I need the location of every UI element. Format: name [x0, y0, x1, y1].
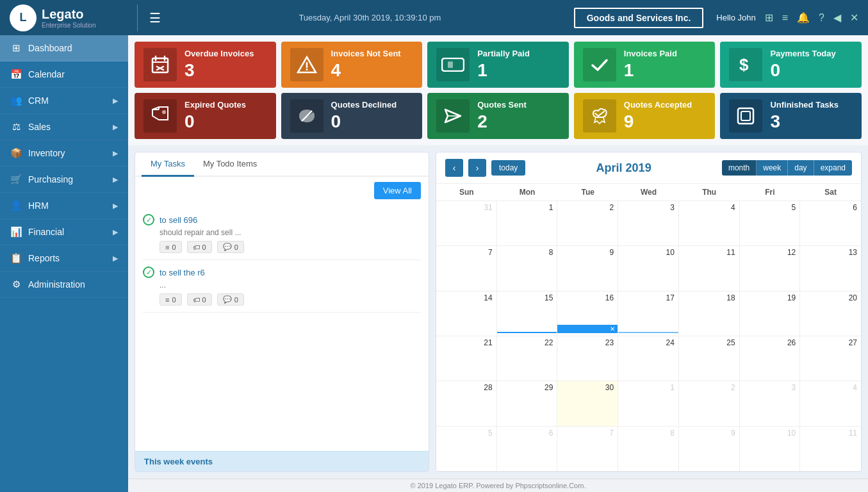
user-greeting[interactable]: Hello John: [716, 13, 755, 22]
cal-cell[interactable]: 5: [436, 427, 497, 471]
cal-cell[interactable]: 1: [618, 381, 679, 425]
task-comments-2[interactable]: 💬 0: [217, 293, 244, 306]
sidebar-item-purchasing[interactable]: 🛒 Purchasing ▶: [0, 167, 128, 193]
sidebar-item-sales[interactable]: ⚖ Sales ▶: [0, 114, 128, 140]
cal-cell[interactable]: 25: [679, 336, 740, 381]
cal-cell-today[interactable]: 30: [557, 381, 618, 425]
task-tags-1[interactable]: 🏷 0: [187, 241, 212, 253]
main-layout: ⊞ Dashboard 📅 Calendar 👥 CRM ▶ ⚖ Sales ▶…: [0, 35, 868, 492]
calendar-event[interactable]: [618, 332, 678, 333]
cal-cell[interactable]: 11: [679, 246, 740, 290]
hamburger-icon[interactable]: ☰: [144, 10, 166, 26]
help-icon[interactable]: ?: [819, 12, 824, 24]
cal-cell[interactable]: 20: [800, 291, 861, 336]
cal-cell[interactable]: 31: [436, 201, 497, 245]
unfinished-label: Unfinished Tasks: [770, 100, 853, 111]
card-payments-today[interactable]: $ Payments Today 0: [720, 42, 862, 88]
cal-cell[interactable]: 28: [436, 381, 497, 425]
cal-cell[interactable]: 3: [740, 381, 801, 425]
cal-view-week[interactable]: week: [757, 160, 788, 176]
list-icon[interactable]: ≡: [782, 12, 788, 24]
cal-cell[interactable]: 29: [497, 381, 558, 425]
cal-cell[interactable]: 10: [618, 246, 679, 290]
cal-cell[interactable]: 2: [557, 201, 618, 245]
cal-cell[interactable]: 12: [740, 246, 801, 290]
sidebar-item-inventory[interactable]: 📦 Inventory ▶: [0, 140, 128, 167]
cal-cell[interactable]: 4: [679, 201, 740, 245]
cal-prev-button[interactable]: ‹: [445, 159, 463, 177]
cal-cell[interactable]: 17: [618, 291, 679, 336]
cal-cell[interactable]: 6: [497, 427, 558, 471]
cal-today-button[interactable]: today: [491, 160, 525, 176]
cal-cell[interactable]: 4: [800, 381, 861, 425]
task-check-icon[interactable]: ✓: [143, 266, 154, 278]
cal-cell[interactable]: 14: [436, 291, 497, 336]
event-close-icon[interactable]: ✕: [610, 325, 615, 332]
card-quotes-sent[interactable]: Quotes Sent 2: [427, 93, 569, 139]
bell-icon[interactable]: 🔔: [797, 12, 810, 24]
sidebar-item-reports[interactable]: 📋 Reports ▶: [0, 245, 128, 272]
card-invoices-not-sent[interactable]: Invoices Not Sent 4: [281, 42, 423, 88]
calendar-event[interactable]: [497, 332, 557, 333]
back-icon[interactable]: ◀: [833, 12, 841, 24]
tab-my-todo[interactable]: My Todo Items: [194, 152, 266, 177]
task-subtasks-2[interactable]: ≡ 0: [160, 293, 182, 306]
cal-cell[interactable]: 18: [679, 291, 740, 336]
card-invoices-paid[interactable]: Invoices Paid 1: [574, 42, 716, 88]
cal-view-day[interactable]: day: [788, 160, 814, 176]
cal-cell[interactable]: 10: [740, 427, 801, 471]
cal-cell[interactable]: 7: [436, 246, 497, 290]
task-link-1[interactable]: to sell 696: [160, 215, 197, 225]
day-header-wed: Wed: [618, 184, 679, 201]
cal-view-expand[interactable]: expand: [814, 160, 852, 176]
view-all-button[interactable]: View All: [374, 182, 421, 199]
card-unfinished-tasks[interactable]: Unfinished Tasks 3: [720, 93, 862, 139]
task-check-icon[interactable]: ✓: [143, 214, 154, 226]
sidebar-item-administration[interactable]: ⚙ Administration: [0, 272, 128, 298]
company-selector[interactable]: Goods and Services Inc.: [574, 8, 704, 28]
cal-cell[interactable]: 27: [800, 336, 861, 381]
card-partially-paid[interactable]: Partially Paid 1: [427, 42, 569, 88]
sidebar-item-hrm[interactable]: 👤 HRM ▶: [0, 193, 128, 219]
cal-cell[interactable]: 3: [618, 201, 679, 245]
cal-cell[interactable]: 8: [618, 427, 679, 471]
cal-cell[interactable]: 19: [740, 291, 801, 336]
cal-cell[interactable]: 16 ✕: [557, 291, 618, 336]
cal-cell[interactable]: 8: [497, 246, 558, 290]
cal-cell[interactable]: 26: [740, 336, 801, 381]
task-tags-2[interactable]: 🏷 0: [187, 293, 212, 306]
cal-cell[interactable]: 5: [740, 201, 801, 245]
cal-cell[interactable]: 15: [497, 291, 558, 336]
card-expired-quotes[interactable]: Expired Quotes 0: [135, 93, 276, 139]
cal-cell[interactable]: 11: [800, 427, 861, 471]
calendar-event-mid[interactable]: ✕: [557, 325, 618, 333]
sidebar: ⊞ Dashboard 📅 Calendar 👥 CRM ▶ ⚖ Sales ▶…: [0, 35, 128, 492]
sidebar-item-dashboard[interactable]: ⊞ Dashboard: [0, 35, 128, 62]
cal-cell[interactable]: 2: [679, 381, 740, 425]
tab-my-tasks[interactable]: My Tasks: [142, 152, 194, 177]
cal-cell[interactable]: 9: [679, 427, 740, 471]
cal-view-month[interactable]: month: [722, 160, 757, 176]
card-quotes-accepted[interactable]: Quotes Accepted 9: [574, 93, 716, 139]
cal-cell[interactable]: 6: [800, 201, 861, 245]
cal-cell[interactable]: 22: [497, 336, 558, 381]
admin-icon: ⚙: [10, 279, 22, 290]
sidebar-item-calendar[interactable]: 📅 Calendar: [0, 62, 128, 88]
close-icon[interactable]: ✕: [850, 12, 858, 24]
cal-cell[interactable]: 24: [618, 336, 679, 381]
cal-cell[interactable]: 21: [436, 336, 497, 381]
cal-next-button[interactable]: ›: [468, 159, 486, 177]
cal-cell[interactable]: 1: [497, 201, 558, 245]
task-comments-1[interactable]: 💬 0: [217, 241, 244, 253]
card-overdue-invoices[interactable]: Overdue Invoices 3: [135, 42, 276, 88]
sidebar-item-crm[interactable]: 👥 CRM ▶: [0, 88, 128, 114]
cal-cell[interactable]: 7: [557, 427, 618, 471]
cal-cell[interactable]: 23: [557, 336, 618, 381]
task-link-2[interactable]: to sell the r6: [160, 268, 205, 277]
grid-icon[interactable]: ⊞: [765, 12, 773, 24]
card-quotes-declined[interactable]: Quotes Declined 0: [281, 93, 423, 139]
task-subtasks-1[interactable]: ≡ 0: [160, 241, 182, 253]
cal-cell[interactable]: 13: [800, 246, 861, 290]
cal-cell[interactable]: 9: [557, 246, 618, 290]
sidebar-item-financial[interactable]: 📊 Financial ▶: [0, 219, 128, 245]
